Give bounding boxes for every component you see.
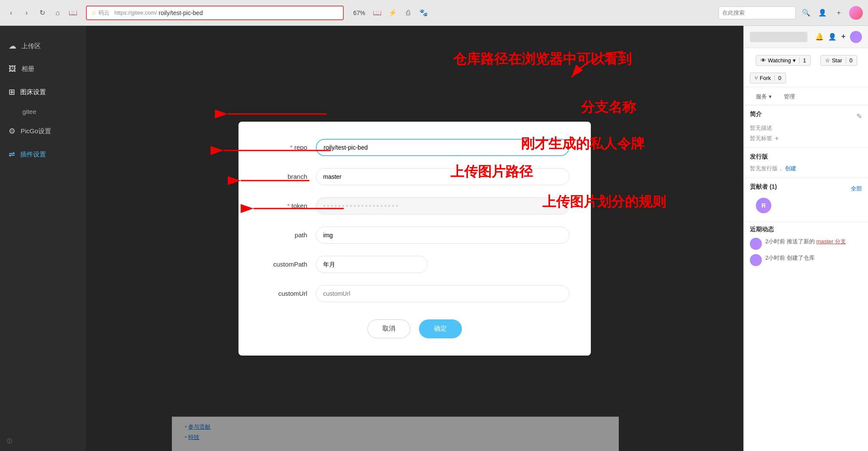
back-button[interactable]: ‹ bbox=[5, 7, 17, 19]
refresh-button[interactable]: ↻ bbox=[36, 7, 48, 19]
create-release-link[interactable]: 创建 bbox=[785, 165, 796, 172]
contributors-title: 贡献者 (1) bbox=[750, 183, 777, 191]
add-tab-button[interactable]: + bbox=[833, 7, 845, 19]
share-button[interactable]: ⎙ bbox=[402, 7, 414, 19]
custom-url-input[interactable] bbox=[316, 285, 569, 302]
sidebar-item-picgo-settings[interactable]: ⚙ PicGo设置 bbox=[0, 120, 86, 143]
sidebar-item-upload[interactable]: ☁ 上传区 bbox=[0, 34, 86, 58]
watching-dropdown-icon: ▾ bbox=[793, 57, 796, 64]
user-icon[interactable]: 👤 bbox=[816, 7, 828, 19]
intro-title: 简介 bbox=[750, 110, 762, 118]
forward-button[interactable]: › bbox=[21, 7, 33, 19]
bookmark-button[interactable]: 📖 bbox=[67, 7, 79, 19]
notification-icon[interactable]: 🔔 bbox=[815, 33, 824, 41]
intro-tags: 暂无标签 bbox=[750, 135, 772, 142]
star-icon: ☆ bbox=[825, 57, 830, 64]
star-count: 0 bbox=[846, 57, 853, 64]
recent-activity-section: 近期动态 2小时前 推送了新的 master 分支 2小时前 创建了仓库 bbox=[744, 222, 868, 274]
star-button[interactable]: ☆ Star 0 bbox=[820, 55, 857, 66]
recent-activity-title: 近期动态 bbox=[750, 226, 862, 233]
repo-input[interactable] bbox=[316, 139, 569, 156]
repo-row: repo bbox=[260, 139, 569, 156]
sidebar-label-gitee: gitee bbox=[22, 108, 37, 115]
release-title: 发行版 bbox=[750, 153, 862, 161]
config-modal: repo branch token path bbox=[238, 122, 591, 356]
activity-avatar-2 bbox=[750, 254, 762, 266]
gitee-header: 🔔 👤 + bbox=[744, 26, 868, 48]
profile-icon[interactable]: 👤 bbox=[828, 33, 837, 41]
add-icon[interactable]: + bbox=[841, 32, 846, 41]
custom-path-label: customPath bbox=[260, 261, 316, 268]
picgo-sidebar: ☁ 上传区 🖼 相册 ⊞ 图床设置 gitee ⚙ PicGo设置 ⇌ 插件设置… bbox=[0, 26, 86, 451]
gitee-search-bar bbox=[750, 32, 807, 42]
release-text: 暂无发行版， bbox=[750, 165, 783, 172]
sidebar-label-album: 相册 bbox=[21, 65, 34, 73]
search-button[interactable]: 🔍 bbox=[800, 7, 812, 19]
eye-icon: 👁 bbox=[761, 57, 766, 64]
tab-services[interactable]: 服务 ▾ bbox=[750, 89, 778, 105]
zoom-level: 67% bbox=[353, 9, 365, 16]
lightning-button[interactable]: ⚡ bbox=[387, 7, 399, 19]
main-layout: ☁ 上传区 🖼 相册 ⊞ 图床设置 gitee ⚙ PicGo设置 ⇌ 插件设置… bbox=[0, 26, 868, 451]
custom-url-label: customUrl bbox=[260, 290, 316, 297]
sidebar-label-plugin-settings: 插件设置 bbox=[20, 150, 46, 159]
repo-label: repo bbox=[260, 144, 316, 151]
token-label: token bbox=[260, 202, 316, 209]
custom-url-row: customUrl bbox=[260, 285, 569, 302]
activity-text-1: 2小时前 推送了新的 master 分支 bbox=[765, 238, 846, 245]
branch-label: branch bbox=[260, 173, 316, 180]
token-input[interactable] bbox=[316, 197, 569, 215]
browser-chrome: ‹ › ↻ ⌂ 📖 ☆ 码云 https://gitee.com/ roily/… bbox=[0, 0, 868, 26]
path-row: path bbox=[260, 227, 569, 244]
extension-button[interactable]: 🐾 bbox=[418, 7, 430, 19]
browser-search-input[interactable] bbox=[718, 6, 796, 19]
sidebar-label-image-settings: 图床设置 bbox=[20, 88, 46, 96]
path-input[interactable] bbox=[316, 227, 569, 244]
activity-item-2: 2小时前 创建了仓库 bbox=[750, 254, 862, 266]
contributor-avatar: R bbox=[756, 198, 771, 213]
contributors-section: 贡献者 (1) 全部 R bbox=[744, 178, 868, 222]
image-settings-icon: ⊞ bbox=[9, 87, 15, 97]
reader-view-button[interactable]: 📖 bbox=[371, 7, 383, 19]
plugin-settings-icon: ⇌ bbox=[9, 150, 15, 159]
tab-management[interactable]: 管理 bbox=[778, 89, 801, 105]
cancel-button[interactable]: 取消 bbox=[367, 319, 410, 338]
address-url-path: roily/test-pic-bed bbox=[159, 9, 203, 16]
custom-path-row: customPath 年月 年月日 年 bbox=[260, 256, 569, 273]
activity-avatar-1 bbox=[750, 238, 762, 250]
user-avatar[interactable] bbox=[849, 6, 863, 20]
activity-link-1[interactable]: master 分支 bbox=[816, 238, 846, 245]
branch-input[interactable] bbox=[316, 168, 569, 185]
activity-item-1: 2小时前 推送了新的 master 分支 bbox=[750, 238, 862, 250]
sidebar-item-image-settings[interactable]: ⊞ 图床设置 bbox=[0, 80, 86, 104]
sidebar-item-album[interactable]: 🖼 相册 bbox=[0, 58, 86, 80]
activity-text-2: 2小时前 创建了仓库 bbox=[765, 254, 815, 262]
sidebar-item-gitee[interactable]: gitee bbox=[0, 104, 86, 120]
gitee-nav-tabs: 服务 ▾ 管理 bbox=[744, 87, 868, 105]
gitee-action-row: 👁 Watching ▾ 1 ☆ Star 0 ⑂ Fork 0 bbox=[744, 48, 868, 87]
modal-buttons: 取消 确定 bbox=[260, 319, 569, 338]
home-button[interactable]: ⌂ bbox=[52, 7, 64, 19]
fork-label: Fork bbox=[760, 75, 771, 81]
picgo-settings-icon: ⚙ bbox=[9, 126, 15, 136]
all-contributors-link[interactable]: 全部 bbox=[851, 185, 862, 193]
watching-button[interactable]: 👁 Watching ▾ 1 bbox=[756, 55, 811, 66]
edit-icon[interactable]: ✎ bbox=[856, 112, 862, 120]
info-button[interactable]: ⓘ bbox=[0, 432, 86, 451]
custom-path-select[interactable]: 年月 年月日 年 bbox=[316, 256, 428, 273]
gitee-panel: 🔔 👤 + 👁 Watching ▾ 1 ☆ Star 0 ⑂ Fork 0 bbox=[743, 26, 868, 451]
sidebar-item-plugin-settings[interactable]: ⇌ 插件设置 bbox=[0, 143, 86, 166]
gitee-avatar[interactable] bbox=[850, 31, 862, 43]
modal-overlay: repo branch token path bbox=[86, 26, 743, 451]
browser-right-icons: 🔍 👤 + bbox=[718, 6, 863, 20]
album-icon: 🖼 bbox=[9, 64, 16, 74]
add-tag-icon[interactable]: + bbox=[775, 135, 779, 142]
sidebar-label-upload: 上传区 bbox=[21, 42, 41, 50]
path-label: path bbox=[260, 231, 316, 239]
fork-button[interactable]: ⑂ Fork 0 bbox=[750, 73, 786, 83]
star-label: Star bbox=[832, 57, 842, 64]
contributor-item: R bbox=[750, 194, 862, 217]
upload-icon: ☁ bbox=[9, 41, 16, 51]
fork-icon: ⑂ bbox=[755, 75, 758, 81]
confirm-button[interactable]: 确定 bbox=[419, 319, 462, 338]
